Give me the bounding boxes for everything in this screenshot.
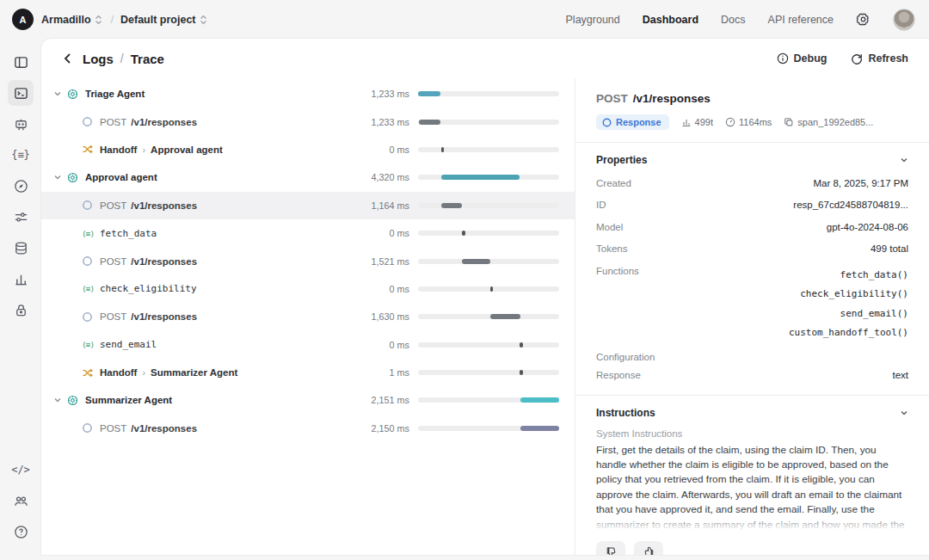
duration-value: 1,164 ms — [354, 200, 409, 211]
help-icon[interactable] — [8, 519, 34, 545]
nav-playground[interactable]: Playground — [566, 14, 620, 26]
database-icon[interactable] — [8, 235, 34, 261]
functions-list: fetch_data()check_eligibility()send_emai… — [789, 266, 908, 343]
assistants-icon[interactable] — [8, 111, 34, 137]
top-bar: A Armadillo / Default project Playground… — [0, 0, 929, 39]
text-fade-overlay — [596, 514, 908, 532]
trace-row[interactable]: (≡) Triage Agent 1,233 ms — [41, 80, 575, 108]
nav-api-reference[interactable]: API reference — [768, 14, 834, 26]
timeline-bar — [418, 259, 559, 264]
org-select-arrows-icon[interactable] — [95, 15, 102, 25]
trace-row[interactable]: (≡) POST/v1/responses 1,164 ms — [41, 192, 575, 219]
thumbs-up-icon — [643, 546, 655, 556]
span-title: POST/v1/responses — [596, 92, 908, 105]
braces-list-icon[interactable]: {≡} — [8, 142, 34, 168]
thumbs-up-button[interactable] — [634, 541, 663, 556]
nav-dashboard[interactable]: Dashboard — [643, 14, 698, 26]
trace-row[interactable]: (≡) POST/v1/responses 2,150 ms — [41, 415, 575, 442]
tokens-chart-icon — [681, 117, 692, 127]
copy-icon — [784, 117, 794, 127]
prop-configuration: Configuration — [596, 352, 908, 362]
function-value: custom_handoff_tool() — [789, 323, 908, 343]
timeline-bar — [418, 120, 559, 125]
breadcrumb-logs[interactable]: Logs — [83, 52, 114, 66]
timeline-bar — [418, 203, 559, 208]
duration-value: 1,521 ms — [354, 256, 409, 267]
info-icon — [777, 52, 789, 65]
prop-created: Created Mar 8, 2025, 9:17 PM — [596, 178, 908, 188]
top-nav: Playground Dashboard Docs API reference — [566, 9, 915, 31]
timeline-bar — [418, 342, 559, 348]
settings-gear-icon[interactable] — [856, 12, 871, 27]
timeline-bar — [418, 370, 559, 375]
trace-row[interactable]: (≡) Handoff›Approval agent 0 ms — [41, 136, 575, 163]
duration-value: 1,630 ms — [354, 311, 409, 322]
trace-row[interactable]: (≡) Approval agent 4,320 ms — [41, 163, 575, 191]
function-value: send_email() — [789, 305, 908, 324]
page-title-trace: Trace — [131, 52, 164, 66]
compass-icon[interactable] — [8, 173, 34, 199]
user-avatar[interactable] — [893, 9, 915, 31]
thumbs-down-icon — [606, 546, 617, 556]
badge-row: Response 499t 1164ms span_1992ed85... — [596, 114, 908, 130]
prop-id: ID resp_67cd24588704819... — [596, 200, 908, 210]
prop-response: Response text — [596, 370, 908, 380]
trace-row[interactable]: (≡) Handoff›Summarizer Agent 1 ms — [41, 359, 575, 386]
terminal-logs-icon[interactable] — [8, 80, 34, 106]
span-id-badge[interactable]: span_1992ed85... — [784, 117, 873, 127]
project-switcher[interactable]: Default project — [120, 14, 196, 26]
refresh-button[interactable]: Refresh — [851, 52, 908, 65]
duration-value: 0 ms — [354, 145, 409, 155]
response-circle-icon — [82, 311, 93, 323]
properties-section-header[interactable]: Properties — [596, 154, 908, 166]
chevron-down-icon — [900, 156, 908, 164]
tokens-badge[interactable]: 499t — [681, 117, 713, 127]
prop-model: Model gpt-4o-2024-08-06 — [596, 222, 908, 232]
timeline-bar — [418, 314, 559, 319]
function-value: check_eligibility() — [789, 285, 908, 305]
breadcrumb-separator: / — [120, 52, 124, 65]
thumbs-down-button[interactable] — [596, 541, 625, 556]
trace-row[interactable]: (≡) send_email 0 ms — [41, 331, 575, 359]
duration-value: 1 ms — [354, 367, 409, 378]
handoff-shuffle-icon — [82, 367, 93, 378]
trace-row[interactable]: (≡) fetch_data 0 ms — [41, 219, 575, 247]
lock-icon[interactable] — [8, 297, 34, 323]
bar-chart-icon[interactable] — [8, 266, 34, 292]
org-avatar[interactable]: A — [12, 9, 34, 30]
response-badge[interactable]: Response — [596, 114, 669, 130]
latency-badge[interactable]: 1164ms — [725, 117, 772, 127]
prop-tokens: Tokens 499 total — [596, 243, 908, 254]
trace-row[interactable]: (≡) POST/v1/responses 1,630 ms — [41, 303, 575, 330]
chevron-down-icon — [900, 409, 908, 417]
debug-label: Debug — [794, 52, 827, 65]
agent-icon — [67, 172, 78, 183]
code-icon[interactable]: </> — [8, 457, 34, 483]
org-switcher[interactable]: Armadillo — [41, 14, 91, 26]
project-select-arrows-icon[interactable] — [200, 15, 207, 25]
back-chevron-icon[interactable] — [62, 52, 74, 65]
instructions-body-wrap: First, get the details of the claim, usi… — [596, 443, 908, 532]
agent-icon — [67, 89, 78, 100]
trace-row[interactable]: (≡) POST/v1/responses 1,521 ms — [41, 247, 575, 274]
expand-chevron-icon[interactable] — [53, 89, 67, 98]
trace-row[interactable]: (≡) Summarizer Agent 2,151 ms — [41, 386, 575, 414]
response-circle-icon — [602, 118, 612, 127]
breadcrumb-separator: / — [111, 14, 114, 26]
function-icon: (≡) — [82, 229, 94, 238]
trace-row[interactable]: (≡) POST/v1/responses 1,233 ms — [41, 108, 575, 135]
instructions-section-header[interactable]: Instructions — [596, 407, 908, 419]
expand-chevron-icon[interactable] — [53, 396, 67, 404]
panel-toggle-icon[interactable] — [8, 49, 34, 75]
divider — [575, 395, 929, 396]
expand-chevron-icon[interactable] — [53, 173, 67, 182]
community-icon[interactable] — [8, 488, 34, 514]
sliders-icon[interactable] — [8, 204, 34, 230]
debug-button[interactable]: Debug — [777, 52, 827, 65]
nav-docs[interactable]: Docs — [721, 14, 745, 26]
duration-value: 2,150 ms — [354, 423, 409, 434]
trace-row[interactable]: (≡) check_eligibility 0 ms — [41, 275, 575, 303]
function-value: fetch_data() — [789, 266, 908, 286]
refresh-label: Refresh — [868, 52, 908, 65]
timeline-bar — [418, 286, 559, 292]
